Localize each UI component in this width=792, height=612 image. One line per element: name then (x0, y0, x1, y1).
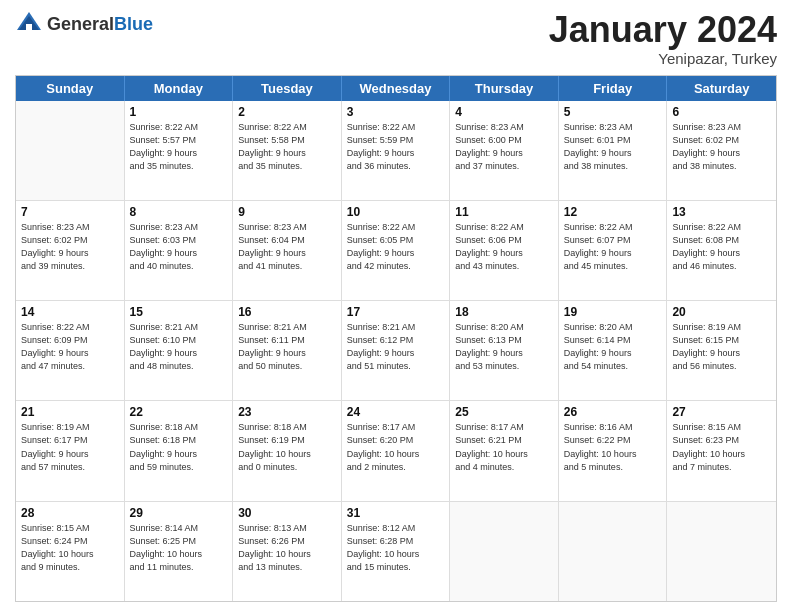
day-number: 23 (238, 405, 336, 419)
logo-icon (15, 10, 43, 38)
calendar-cell (16, 101, 125, 200)
calendar-cell: 16Sunrise: 8:21 AM Sunset: 6:11 PM Dayli… (233, 301, 342, 400)
day-info: Sunrise: 8:15 AM Sunset: 6:23 PM Dayligh… (672, 421, 771, 473)
calendar: SundayMondayTuesdayWednesdayThursdayFrid… (15, 75, 777, 602)
day-info: Sunrise: 8:15 AM Sunset: 6:24 PM Dayligh… (21, 522, 119, 574)
day-number: 31 (347, 506, 445, 520)
calendar-row-2: 14Sunrise: 8:22 AM Sunset: 6:09 PM Dayli… (16, 301, 776, 401)
calendar-cell: 11Sunrise: 8:22 AM Sunset: 6:06 PM Dayli… (450, 201, 559, 300)
weekday-header-thursday: Thursday (450, 76, 559, 101)
day-number: 13 (672, 205, 771, 219)
day-number: 30 (238, 506, 336, 520)
day-number: 17 (347, 305, 445, 319)
header: GeneralBlue January 2024 Yenipazar, Turk… (15, 10, 777, 67)
calendar-cell: 9Sunrise: 8:23 AM Sunset: 6:04 PM Daylig… (233, 201, 342, 300)
day-number: 15 (130, 305, 228, 319)
day-info: Sunrise: 8:23 AM Sunset: 6:02 PM Dayligh… (21, 221, 119, 273)
day-number: 29 (130, 506, 228, 520)
calendar-cell: 31Sunrise: 8:12 AM Sunset: 6:28 PM Dayli… (342, 502, 451, 601)
header-right: January 2024 Yenipazar, Turkey (549, 10, 777, 67)
day-info: Sunrise: 8:22 AM Sunset: 6:09 PM Dayligh… (21, 321, 119, 373)
day-number: 14 (21, 305, 119, 319)
calendar-cell: 2Sunrise: 8:22 AM Sunset: 5:58 PM Daylig… (233, 101, 342, 200)
logo-blue: Blue (114, 14, 153, 34)
day-info: Sunrise: 8:22 AM Sunset: 6:06 PM Dayligh… (455, 221, 553, 273)
weekday-header-saturday: Saturday (667, 76, 776, 101)
day-info: Sunrise: 8:18 AM Sunset: 6:19 PM Dayligh… (238, 421, 336, 473)
svg-rect-2 (26, 24, 32, 30)
calendar-row-0: 1Sunrise: 8:22 AM Sunset: 5:57 PM Daylig… (16, 101, 776, 201)
weekday-header-friday: Friday (559, 76, 668, 101)
day-number: 26 (564, 405, 662, 419)
day-info: Sunrise: 8:23 AM Sunset: 6:00 PM Dayligh… (455, 121, 553, 173)
day-info: Sunrise: 8:22 AM Sunset: 6:08 PM Dayligh… (672, 221, 771, 273)
day-info: Sunrise: 8:13 AM Sunset: 6:26 PM Dayligh… (238, 522, 336, 574)
day-number: 28 (21, 506, 119, 520)
day-info: Sunrise: 8:18 AM Sunset: 6:18 PM Dayligh… (130, 421, 228, 473)
day-number: 21 (21, 405, 119, 419)
calendar-cell: 5Sunrise: 8:23 AM Sunset: 6:01 PM Daylig… (559, 101, 668, 200)
calendar-cell: 27Sunrise: 8:15 AM Sunset: 6:23 PM Dayli… (667, 401, 776, 500)
calendar-cell: 21Sunrise: 8:19 AM Sunset: 6:17 PM Dayli… (16, 401, 125, 500)
calendar-cell: 3Sunrise: 8:22 AM Sunset: 5:59 PM Daylig… (342, 101, 451, 200)
calendar-cell: 14Sunrise: 8:22 AM Sunset: 6:09 PM Dayli… (16, 301, 125, 400)
calendar-cell: 12Sunrise: 8:22 AM Sunset: 6:07 PM Dayli… (559, 201, 668, 300)
day-info: Sunrise: 8:20 AM Sunset: 6:13 PM Dayligh… (455, 321, 553, 373)
page: GeneralBlue January 2024 Yenipazar, Turk… (0, 0, 792, 612)
day-info: Sunrise: 8:23 AM Sunset: 6:02 PM Dayligh… (672, 121, 771, 173)
day-info: Sunrise: 8:23 AM Sunset: 6:04 PM Dayligh… (238, 221, 336, 273)
day-number: 27 (672, 405, 771, 419)
calendar-body: 1Sunrise: 8:22 AM Sunset: 5:57 PM Daylig… (16, 101, 776, 601)
day-number: 2 (238, 105, 336, 119)
logo: GeneralBlue (15, 10, 153, 38)
day-number: 24 (347, 405, 445, 419)
calendar-cell: 28Sunrise: 8:15 AM Sunset: 6:24 PM Dayli… (16, 502, 125, 601)
day-number: 3 (347, 105, 445, 119)
calendar-cell: 20Sunrise: 8:19 AM Sunset: 6:15 PM Dayli… (667, 301, 776, 400)
calendar-cell: 4Sunrise: 8:23 AM Sunset: 6:00 PM Daylig… (450, 101, 559, 200)
day-info: Sunrise: 8:14 AM Sunset: 6:25 PM Dayligh… (130, 522, 228, 574)
day-info: Sunrise: 8:22 AM Sunset: 5:57 PM Dayligh… (130, 121, 228, 173)
day-info: Sunrise: 8:17 AM Sunset: 6:21 PM Dayligh… (455, 421, 553, 473)
day-info: Sunrise: 8:17 AM Sunset: 6:20 PM Dayligh… (347, 421, 445, 473)
calendar-cell: 15Sunrise: 8:21 AM Sunset: 6:10 PM Dayli… (125, 301, 234, 400)
calendar-row-1: 7Sunrise: 8:23 AM Sunset: 6:02 PM Daylig… (16, 201, 776, 301)
day-number: 16 (238, 305, 336, 319)
calendar-cell: 1Sunrise: 8:22 AM Sunset: 5:57 PM Daylig… (125, 101, 234, 200)
calendar-cell: 19Sunrise: 8:20 AM Sunset: 6:14 PM Dayli… (559, 301, 668, 400)
day-number: 6 (672, 105, 771, 119)
day-info: Sunrise: 8:16 AM Sunset: 6:22 PM Dayligh… (564, 421, 662, 473)
calendar-row-4: 28Sunrise: 8:15 AM Sunset: 6:24 PM Dayli… (16, 502, 776, 601)
day-info: Sunrise: 8:22 AM Sunset: 6:05 PM Dayligh… (347, 221, 445, 273)
day-info: Sunrise: 8:22 AM Sunset: 5:59 PM Dayligh… (347, 121, 445, 173)
calendar-cell: 18Sunrise: 8:20 AM Sunset: 6:13 PM Dayli… (450, 301, 559, 400)
day-number: 19 (564, 305, 662, 319)
day-number: 9 (238, 205, 336, 219)
day-info: Sunrise: 8:22 AM Sunset: 5:58 PM Dayligh… (238, 121, 336, 173)
day-number: 11 (455, 205, 553, 219)
weekday-header-monday: Monday (125, 76, 234, 101)
calendar-cell: 8Sunrise: 8:23 AM Sunset: 6:03 PM Daylig… (125, 201, 234, 300)
day-number: 20 (672, 305, 771, 319)
day-number: 12 (564, 205, 662, 219)
day-number: 18 (455, 305, 553, 319)
day-number: 4 (455, 105, 553, 119)
calendar-header: SundayMondayTuesdayWednesdayThursdayFrid… (16, 76, 776, 101)
calendar-cell: 30Sunrise: 8:13 AM Sunset: 6:26 PM Dayli… (233, 502, 342, 601)
month-title: January 2024 (549, 10, 777, 50)
weekday-header-wednesday: Wednesday (342, 76, 451, 101)
calendar-cell: 24Sunrise: 8:17 AM Sunset: 6:20 PM Dayli… (342, 401, 451, 500)
calendar-cell (667, 502, 776, 601)
location: Yenipazar, Turkey (549, 50, 777, 67)
day-number: 22 (130, 405, 228, 419)
calendar-cell: 22Sunrise: 8:18 AM Sunset: 6:18 PM Dayli… (125, 401, 234, 500)
weekday-header-tuesday: Tuesday (233, 76, 342, 101)
day-number: 1 (130, 105, 228, 119)
day-number: 7 (21, 205, 119, 219)
logo-general: General (47, 14, 114, 34)
day-number: 10 (347, 205, 445, 219)
weekday-header-sunday: Sunday (16, 76, 125, 101)
calendar-cell: 17Sunrise: 8:21 AM Sunset: 6:12 PM Dayli… (342, 301, 451, 400)
calendar-cell: 13Sunrise: 8:22 AM Sunset: 6:08 PM Dayli… (667, 201, 776, 300)
calendar-cell: 25Sunrise: 8:17 AM Sunset: 6:21 PM Dayli… (450, 401, 559, 500)
